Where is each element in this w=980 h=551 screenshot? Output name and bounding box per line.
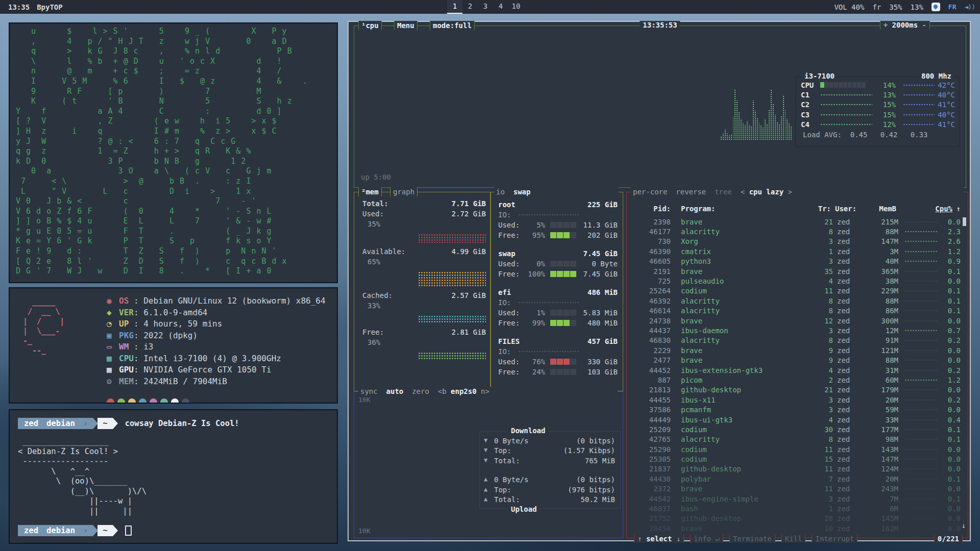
process-row[interactable]: 21837github-desktop11zed124M0.0 bbox=[627, 464, 968, 474]
net-row-value: 50.2 MiB bbox=[581, 495, 615, 505]
meter-block bbox=[852, 82, 856, 88]
mem-graph-tab[interactable]: graph bbox=[390, 187, 418, 196]
process-row[interactable]: 46837bash1zed6M0.0 bbox=[627, 504, 968, 513]
info-button[interactable]: info ↵ bbox=[690, 535, 723, 543]
clock: 13:35 bbox=[8, 3, 30, 11]
process-row[interactable]: 28454brave10zed162M0.0 bbox=[627, 523, 968, 533]
process-row[interactable]: 887picom2zed60M1.2 bbox=[627, 375, 968, 385]
palette-dot bbox=[150, 398, 157, 404]
process-row[interactable]: 46392alacritty8zed88M0.1 bbox=[627, 296, 968, 306]
cpu-mini-graph bbox=[904, 477, 938, 481]
user-cell: zed bbox=[837, 237, 866, 245]
process-row[interactable]: 46614alacritty8zed86M0.1 bbox=[627, 306, 968, 316]
program-cell: bash bbox=[681, 505, 815, 513]
workspace-button[interactable]: 2 bbox=[462, 0, 478, 14]
cpu-mini-graph bbox=[904, 289, 938, 293]
process-row[interactable]: 46605python33zed40M0.9 bbox=[627, 257, 968, 266]
process-scrollbar-thumb[interactable] bbox=[963, 217, 966, 226]
select-control[interactable]: ↑ select ↓ bbox=[634, 535, 684, 543]
process-table-header[interactable]: Pid: Program: Tr: User: MemB Cpu% ↑ bbox=[627, 205, 968, 213]
process-row[interactable]: 25264codium11zed229M0.1 bbox=[627, 286, 968, 296]
info-icon: ◔ bbox=[107, 318, 119, 330]
upload-row: ▲Top:(976 bitps) bbox=[480, 486, 620, 495]
threads-cell: 15 bbox=[815, 455, 833, 463]
volume-icon[interactable]: ◄)) bbox=[965, 3, 975, 11]
per-core-toggle: per-core bbox=[633, 188, 667, 196]
process-row[interactable]: 730Xorg3zed147M2.6 bbox=[627, 237, 968, 246]
process-row[interactable]: 44449ibus-ui-gtk34zed33M0.4 bbox=[627, 415, 968, 424]
workspace-button[interactable]: 10 bbox=[508, 0, 524, 14]
keyboard-layout-indicator[interactable]: FR bbox=[948, 3, 957, 11]
cpu-graph-column bbox=[770, 89, 772, 140]
process-row[interactable]: 25305codium15zed147M0.0 bbox=[627, 454, 968, 464]
core-temperature: 40°C bbox=[938, 111, 955, 119]
cpu-mini-graph bbox=[904, 497, 938, 501]
sync-toggle: sync bbox=[360, 387, 378, 395]
memory-cell: 98M bbox=[866, 435, 898, 443]
process-row[interactable]: 44437ibus-daemon3zed12M0.7 bbox=[627, 325, 968, 335]
process-row[interactable]: 46177alacritty8zed88M2.3 bbox=[627, 227, 968, 236]
process-row[interactable]: 42765alacritty8zed98M0.1 bbox=[627, 435, 968, 444]
info-icon: ▣ bbox=[107, 330, 119, 342]
threads-cell: 9 bbox=[815, 346, 833, 355]
process-row[interactable]: 21813github-desktop21zed179M0.0 bbox=[627, 385, 968, 395]
io-label: IO: bbox=[498, 347, 511, 356]
process-row[interactable]: 2398brave21zed215M0.0 bbox=[627, 217, 968, 227]
meter-block bbox=[570, 232, 576, 238]
process-row[interactable]: 21752github-desktop28zed145M0.0 bbox=[627, 514, 968, 523]
process-row[interactable]: 46390cmatrix1zed3M1.2 bbox=[627, 246, 968, 256]
net-options[interactable]: sync auto zero <b enp2s0 n> bbox=[358, 387, 618, 396]
io-label: IO: bbox=[498, 298, 511, 307]
terminal-cursor[interactable] bbox=[125, 525, 132, 536]
process-row[interactable]: 24738brave12zed300M0.0 bbox=[627, 316, 968, 325]
proc-options[interactable]: per-core reverse tree < cpu lazy > bbox=[631, 187, 964, 196]
meter-block bbox=[820, 82, 824, 88]
process-row[interactable]: 37586pcmanfm3zed59M0.0 bbox=[627, 405, 968, 414]
process-row[interactable]: 46830alacritty8zed91M0.2 bbox=[627, 336, 968, 345]
workspace-button[interactable]: 3 bbox=[478, 0, 493, 14]
disks-tabs[interactable]: io swap bbox=[494, 187, 619, 196]
process-row[interactable]: 25209codium30zed177M0.1 bbox=[627, 424, 968, 434]
pid-cell: 46837 bbox=[637, 505, 671, 513]
process-row[interactable]: 2229brave9zed121M0.0 bbox=[627, 345, 968, 355]
cpu-percent-cell: 2.3 bbox=[938, 228, 961, 236]
interrupt-button[interactable]: Interrupt bbox=[812, 535, 857, 543]
menu-button[interactable]: Menu bbox=[394, 21, 418, 30]
cpu-box-title[interactable]: ¹cpu bbox=[358, 21, 382, 30]
info-value: 4 hours, 59 mins bbox=[143, 319, 222, 329]
process-row[interactable]: 44452ibus-extension-gtk34zed31M0.2 bbox=[627, 365, 968, 375]
mode-toggle[interactable]: mode:full bbox=[430, 21, 475, 30]
process-row[interactable]: 44430polybar7zed20M0.1 bbox=[627, 474, 968, 484]
user-cell: zed bbox=[837, 416, 866, 424]
status-bar: 13:35 BpyTOP 123410 VOL 40%fr35%13%FR◄)) bbox=[0, 0, 980, 14]
sort-selector: < cpu lazy > bbox=[741, 188, 792, 196]
scroll-down-icon[interactable]: ↓ bbox=[962, 521, 966, 530]
disk-row-value: 103 GiB bbox=[587, 368, 618, 376]
process-row[interactable]: 2191brave35zed365M0.1 bbox=[627, 266, 968, 276]
workspace-button[interactable]: 1 bbox=[447, 0, 462, 14]
user-cell: zed bbox=[837, 435, 866, 443]
info-label: WM bbox=[119, 342, 134, 352]
workspace-button[interactable]: 4 bbox=[493, 0, 508, 14]
prompt-line[interactable]: zed debian › ~ bbox=[18, 524, 329, 537]
process-row[interactable]: 25290codium11zed143M0.0 bbox=[627, 444, 968, 454]
terminate-button[interactable]: Terminate bbox=[729, 535, 775, 543]
pid-cell: 24738 bbox=[637, 317, 671, 325]
screenshot-tool-icon[interactable] bbox=[932, 3, 940, 11]
process-row[interactable]: 44542ibus-engine-simple3zed7M0.1 bbox=[627, 494, 968, 504]
process-row[interactable]: 44455ibus-x113zed20M0.2 bbox=[627, 395, 968, 405]
cpu-mini-graph bbox=[904, 279, 938, 283]
cpu-core-row: C412%41°C bbox=[796, 120, 959, 130]
core-usage-graph bbox=[820, 93, 872, 97]
debian-ascii-logo: _____ / __ \ | / | | \___- -_ --_ bbox=[23, 297, 64, 356]
palette-dot bbox=[128, 398, 136, 404]
pid-cell: 25290 bbox=[637, 445, 671, 454]
kill-button[interactable]: Kill bbox=[781, 535, 806, 543]
program-cell: alacritty bbox=[681, 336, 815, 344]
process-row[interactable]: 2372brave11zed243M0.0 bbox=[627, 484, 968, 494]
net-row-label: Total: bbox=[494, 495, 520, 505]
process-row[interactable]: 2477brave9zed88M0.0 bbox=[627, 355, 968, 365]
refresh-interval-control[interactable]: + 2000ms - bbox=[880, 21, 930, 29]
process-row[interactable]: 725pulseaudio4zed38M0.0 bbox=[627, 276, 968, 286]
cpu-core-row: C113%40°C bbox=[796, 90, 959, 99]
